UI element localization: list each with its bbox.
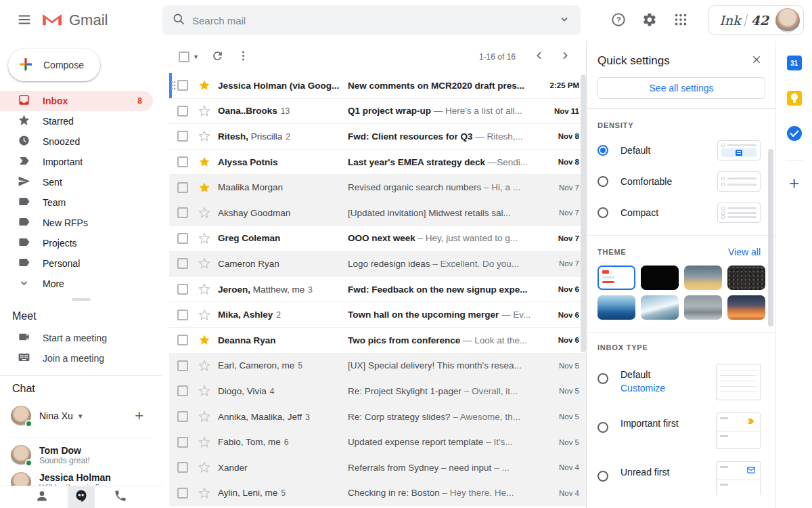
select-all-checkbox[interactable] bbox=[179, 51, 189, 62]
email-row[interactable]: Annika, Maalika, Jeff3Re: Corp strategy … bbox=[169, 404, 586, 430]
email-checkbox[interactable] bbox=[177, 80, 188, 91]
mail-scrollbar[interactable] bbox=[581, 75, 586, 352]
email-checkbox[interactable] bbox=[177, 131, 188, 142]
customize-link[interactable]: Customize bbox=[621, 383, 716, 394]
email-row[interactable]: Deanna RyanTwo pics from conference — Lo… bbox=[169, 328, 586, 354]
email-checkbox[interactable] bbox=[177, 106, 188, 117]
sidebar-item-inbox[interactable]: Inbox8 bbox=[0, 91, 153, 111]
star-icon[interactable] bbox=[198, 461, 211, 474]
email-row[interactable]: Jeroen, Matthew, me3Fwd: Feedback on the… bbox=[169, 277, 586, 303]
newer-page-button[interactable] bbox=[528, 45, 551, 68]
add-addon-button[interactable]: + bbox=[783, 171, 806, 194]
inbox-type-option-default[interactable]: DefaultCustomize bbox=[597, 364, 761, 400]
hangouts-tab-button[interactable] bbox=[68, 486, 95, 508]
sidebar-item-team[interactable]: Team bbox=[0, 192, 153, 213]
email-checkbox[interactable] bbox=[177, 335, 188, 345]
sidebar-item-snoozed[interactable]: Snoozed bbox=[0, 131, 153, 152]
star-icon[interactable] bbox=[198, 257, 211, 270]
star-icon[interactable] bbox=[198, 410, 211, 423]
email-row[interactable]: Jessica Holman (via Goog...New comments … bbox=[169, 73, 586, 99]
star-icon[interactable] bbox=[198, 308, 211, 322]
star-icon[interactable] bbox=[198, 486, 211, 500]
select-options-icon[interactable]: ▼ bbox=[193, 54, 199, 60]
meet-item-keyboard[interactable]: Join a meeting bbox=[0, 348, 162, 368]
search-options-icon[interactable] bbox=[558, 12, 571, 28]
search-bar[interactable] bbox=[162, 5, 581, 35]
theme-tile-ocean[interactable] bbox=[597, 295, 635, 320]
email-checkbox[interactable] bbox=[177, 284, 188, 295]
contacts-tab-button[interactable] bbox=[28, 486, 55, 508]
email-row[interactable]: Alyssa PotnisLast year's EMEA strategy d… bbox=[169, 150, 586, 175]
email-checkbox[interactable] bbox=[177, 411, 188, 422]
calendar-button[interactable]: 31 bbox=[783, 51, 806, 75]
email-row[interactable]: Ritesh, Priscilla2Fwd: Client resources … bbox=[169, 124, 586, 150]
theme-tile-beach[interactable] bbox=[684, 266, 722, 290]
radio-button[interactable] bbox=[597, 176, 608, 187]
theme-tile-default[interactable] bbox=[597, 266, 635, 290]
tasks-button[interactable] bbox=[783, 122, 806, 145]
email-checkbox[interactable] bbox=[177, 437, 188, 448]
email-row[interactable]: Earl, Cameron, me5[UX] Special delivery!… bbox=[169, 354, 586, 379]
inbox-type-option-important-first[interactable]: Important first bbox=[597, 412, 761, 449]
email-row[interactable]: Fabio, Tom, me6Updated expense report te… bbox=[169, 429, 586, 455]
theme-tile-iceberg[interactable] bbox=[641, 295, 679, 320]
theme-tile-pebbles[interactable] bbox=[727, 266, 765, 290]
quick-settings-scrollbar[interactable] bbox=[768, 149, 773, 326]
inbox-type-option-unread-first[interactable]: Unread first bbox=[597, 461, 761, 495]
sidebar-item-new-rfps[interactable]: New RFPs bbox=[0, 213, 153, 233]
sidebar-item-important[interactable]: Important bbox=[0, 152, 153, 172]
theme-tile-coast[interactable] bbox=[684, 295, 722, 320]
star-icon[interactable] bbox=[198, 282, 211, 296]
star-icon[interactable] bbox=[198, 232, 211, 245]
email-row[interactable]: Maalika MorganRevised organic search num… bbox=[169, 175, 586, 200]
drag-handle-icon[interactable] bbox=[170, 80, 177, 91]
density-option-comfortable[interactable]: Comfortable bbox=[597, 171, 761, 192]
star-icon[interactable] bbox=[198, 436, 211, 449]
email-row[interactable]: Aylin, Leni, me5Checking in re: Boston –… bbox=[169, 481, 586, 507]
search-input[interactable] bbox=[192, 15, 551, 26]
workspace-badge[interactable]: Ink42 bbox=[708, 5, 804, 35]
email-checkbox[interactable] bbox=[177, 488, 188, 499]
email-checkbox[interactable] bbox=[177, 462, 188, 473]
density-option-default[interactable]: Default bbox=[597, 140, 761, 161]
phone-tab-button[interactable] bbox=[107, 486, 134, 508]
email-checkbox[interactable] bbox=[177, 360, 188, 371]
theme-tile-sunset[interactable] bbox=[727, 295, 765, 320]
star-icon[interactable] bbox=[198, 155, 211, 169]
see-all-settings-button[interactable]: See all settings bbox=[597, 77, 765, 99]
email-checkbox[interactable] bbox=[177, 258, 188, 269]
theme-view-all-link[interactable]: View all bbox=[728, 247, 761, 257]
refresh-button[interactable] bbox=[206, 45, 230, 69]
star-icon[interactable] bbox=[198, 206, 211, 219]
email-checkbox[interactable] bbox=[177, 233, 188, 244]
email-row[interactable]: XanderReferrals from Sydney – need input… bbox=[169, 455, 586, 481]
meet-item-video[interactable]: Start a meeting bbox=[0, 328, 162, 348]
compose-button[interactable]: Compose bbox=[8, 49, 100, 81]
star-icon[interactable] bbox=[198, 359, 211, 373]
star-icon[interactable] bbox=[198, 384, 211, 398]
star-icon[interactable] bbox=[198, 79, 211, 92]
email-checkbox[interactable] bbox=[177, 385, 188, 396]
more-options-button[interactable] bbox=[231, 45, 256, 69]
sidebar-item-projects[interactable]: Projects bbox=[0, 233, 153, 253]
email-checkbox[interactable] bbox=[177, 310, 188, 320]
email-row[interactable]: Mika, Ashley2Town hall on the upcoming m… bbox=[169, 302, 586, 328]
radio-button[interactable] bbox=[597, 471, 608, 482]
account-avatar[interactable] bbox=[775, 8, 800, 33]
help-button[interactable]: ? bbox=[605, 7, 632, 34]
sidebar-resize-handle[interactable] bbox=[72, 298, 91, 301]
star-icon[interactable] bbox=[198, 181, 211, 194]
sidebar-item-personal[interactable]: Personal bbox=[0, 253, 153, 274]
radio-button[interactable] bbox=[597, 373, 608, 384]
email-row[interactable]: Oana..Brooks13Q1 project wrap-up — Here'… bbox=[169, 99, 586, 125]
gmail-logo[interactable]: Gmail bbox=[41, 10, 108, 30]
radio-button[interactable] bbox=[597, 145, 608, 156]
chat-contact-row[interactable]: Tom DowSounds great! bbox=[0, 442, 162, 469]
sidebar-item-starred[interactable]: Starred bbox=[0, 111, 153, 131]
older-page-button[interactable] bbox=[554, 45, 577, 68]
theme-tile-black[interactable] bbox=[641, 266, 679, 290]
density-option-compact[interactable]: Compact bbox=[597, 203, 761, 223]
email-checkbox[interactable] bbox=[177, 207, 188, 218]
star-icon[interactable] bbox=[198, 129, 211, 143]
radio-button[interactable] bbox=[597, 207, 608, 218]
